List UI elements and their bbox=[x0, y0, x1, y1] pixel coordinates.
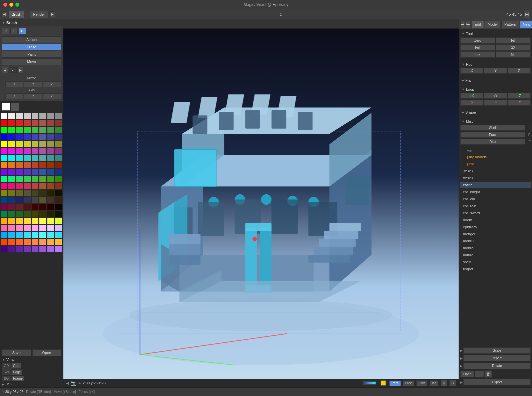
grid-icon[interactable]: ⊞ bbox=[523, 11, 531, 18]
rot-section-header[interactable]: ▼ Rot bbox=[460, 61, 531, 67]
viewport-canvas[interactable] bbox=[63, 29, 459, 387]
color-swatch[interactable] bbox=[1, 246, 7, 252]
undo-btn[interactable]: ↩ bbox=[460, 21, 465, 28]
monu1-item[interactable]: monu1 bbox=[460, 238, 531, 244]
color-swatch[interactable] bbox=[1, 176, 7, 182]
color-swatch[interactable] bbox=[24, 134, 31, 140]
color-swatch[interactable] bbox=[32, 141, 38, 147]
color-swatch[interactable] bbox=[47, 246, 54, 252]
fill-btn[interactable]: Fill bbox=[496, 37, 531, 44]
save-btn[interactable]: Save bbox=[2, 349, 31, 356]
color-swatch[interactable] bbox=[16, 183, 23, 189]
color-swatch[interactable] bbox=[32, 190, 38, 196]
chr-sword-item[interactable]: chr_sword bbox=[460, 210, 531, 216]
free-btn[interactable]: Free bbox=[403, 380, 415, 386]
color-swatch[interactable] bbox=[24, 141, 31, 147]
color-swatch[interactable] bbox=[55, 120, 62, 126]
full-btn[interactable]: Full bbox=[460, 44, 495, 51]
color-swatch[interactable] bbox=[1, 183, 7, 189]
color-swatch[interactable] bbox=[55, 211, 62, 217]
teapot-item[interactable]: teapot bbox=[460, 266, 531, 272]
color-swatch[interactable] bbox=[16, 141, 23, 147]
axis-z-btn[interactable]: Z bbox=[43, 93, 61, 99]
color-swatch[interactable] bbox=[39, 176, 46, 182]
rotate-btn[interactable]: Rotate bbox=[463, 363, 531, 369]
erase-btn[interactable]: Erase bbox=[2, 44, 61, 50]
color-swatch[interactable] bbox=[55, 162, 62, 168]
color-swatch[interactable] bbox=[8, 204, 15, 210]
8x8x8-item[interactable]: 8x8x8 bbox=[460, 175, 531, 181]
mirror-y-btn[interactable]: Y bbox=[24, 81, 42, 87]
rot-z-btn[interactable]: Z bbox=[508, 68, 531, 74]
color-swatch[interactable] bbox=[47, 113, 54, 119]
chr-knight-item[interactable]: chr_knight bbox=[460, 189, 531, 195]
color-swatch[interactable] bbox=[55, 183, 62, 189]
color-swatch[interactable] bbox=[39, 120, 46, 126]
color-swatch[interactable] bbox=[8, 239, 15, 245]
chr-rain-item[interactable]: chr_rain bbox=[460, 203, 531, 209]
color-swatch[interactable] bbox=[47, 148, 54, 154]
color-swatch[interactable] bbox=[1, 155, 7, 161]
view-icon-2[interactable]: ↺ bbox=[449, 380, 456, 386]
axis-y-btn[interactable]: Y bbox=[24, 93, 42, 99]
tool-section-header[interactable]: ▼ Tool bbox=[460, 31, 531, 37]
color-swatch[interactable] bbox=[32, 218, 38, 224]
render-tab[interactable]: Render bbox=[30, 11, 48, 18]
color-swatch[interactable] bbox=[39, 239, 46, 245]
rot-y-btn[interactable]: Y bbox=[484, 68, 507, 74]
ephtracy-item[interactable]: ephtracy bbox=[460, 224, 531, 230]
color-swatch[interactable] bbox=[39, 155, 46, 161]
close-button[interactable] bbox=[3, 3, 7, 7]
color-swatch[interactable] bbox=[32, 120, 38, 126]
color-swatch[interactable] bbox=[32, 176, 38, 182]
fract-btn[interactable]: Fract bbox=[460, 132, 525, 138]
color-swatch[interactable] bbox=[47, 225, 54, 231]
color-swatch[interactable] bbox=[16, 218, 23, 224]
color-swatch[interactable] bbox=[16, 155, 23, 161]
color-swatch[interactable] bbox=[39, 225, 46, 231]
mirror-x-btn[interactable]: X bbox=[5, 81, 23, 87]
orth-btn[interactable]: Orth bbox=[416, 380, 427, 386]
color-swatch[interactable] bbox=[8, 120, 15, 126]
loop-py-btn[interactable]: +Y bbox=[484, 93, 507, 99]
color-swatch[interactable] bbox=[8, 134, 15, 140]
color-swatch[interactable] bbox=[39, 183, 46, 189]
color-swatch[interactable] bbox=[47, 134, 54, 140]
loop-pz-btn[interactable]: +Z bbox=[508, 93, 531, 99]
redo-btn[interactable]: ↪ bbox=[466, 21, 470, 28]
color-swatch[interactable] bbox=[24, 218, 31, 224]
loop-section-header[interactable]: ▼ Loop bbox=[460, 86, 531, 92]
color-swatch[interactable] bbox=[8, 176, 15, 182]
camera-icon[interactable]: 📷 bbox=[71, 380, 76, 386]
color-swatch[interactable] bbox=[47, 162, 54, 168]
left-nav-btn[interactable]: ◀ bbox=[1, 11, 7, 17]
color-swatch[interactable] bbox=[39, 127, 46, 133]
color-swatch[interactable] bbox=[8, 225, 15, 231]
chr-old-item[interactable]: chr_old bbox=[460, 196, 531, 202]
color-swatch[interactable] bbox=[32, 134, 38, 140]
color-swatch[interactable] bbox=[47, 190, 54, 196]
color-swatch[interactable] bbox=[16, 148, 23, 154]
color-swatch[interactable] bbox=[16, 169, 23, 175]
color-swatch[interactable] bbox=[55, 134, 62, 140]
color-swatch[interactable] bbox=[8, 183, 15, 189]
mirror-z-btn[interactable]: Z bbox=[43, 81, 61, 87]
color-swatch[interactable] bbox=[16, 190, 23, 196]
color-swatch[interactable] bbox=[39, 113, 46, 119]
brush-tab[interactable]: Brush bbox=[9, 11, 24, 18]
color-swatch[interactable] bbox=[24, 183, 31, 189]
color-swatch[interactable] bbox=[55, 141, 62, 147]
color-swatch[interactable] bbox=[55, 218, 62, 224]
color-swatch[interactable] bbox=[47, 183, 54, 189]
color-swatch[interactable] bbox=[47, 141, 54, 147]
delete-btn[interactable]: 🗑 bbox=[485, 370, 492, 378]
move-btn[interactable]: Move bbox=[2, 58, 61, 65]
color-swatch[interactable] bbox=[1, 120, 7, 126]
color-swatch[interactable] bbox=[24, 176, 31, 182]
mode-b-btn[interactable]: B bbox=[19, 28, 26, 34]
color-swatch[interactable] bbox=[8, 113, 15, 119]
color-swatch[interactable] bbox=[32, 239, 38, 245]
color-swatch[interactable] bbox=[24, 190, 31, 196]
color-swatch[interactable] bbox=[8, 211, 15, 217]
color-swatch[interactable] bbox=[55, 155, 62, 161]
